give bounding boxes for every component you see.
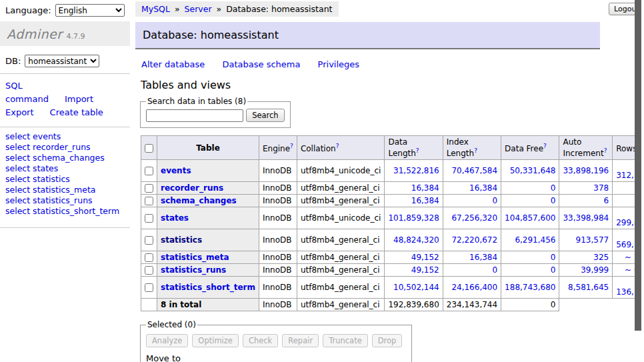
data-length-link[interactable]: 16,384 [411,183,439,193]
data-length-link[interactable]: 101,859,328 [388,213,439,223]
breadcrumb-link-mysql[interactable]: MySQL [141,4,170,14]
row-checkbox[interactable] [145,283,153,292]
alter-database-link[interactable]: Alter database [141,59,205,69]
language-row: Language: English [0,0,130,17]
table-name-link[interactable]: statistics_short_term [161,283,255,292]
create-table-link[interactable]: Create table [50,107,103,117]
auto-increment-link[interactable]: 33,398,984 [563,213,609,223]
data-length-link[interactable]: 49,152 [411,253,439,262]
data-length-link[interactable]: 49,152 [411,265,439,275]
data-free-link[interactable]: 104,857,600 [505,213,555,223]
row-checkbox[interactable] [145,184,153,193]
search-legend: Search data in tables (8) [146,97,247,106]
scrollbar-thumb[interactable] [635,0,641,331]
table-name-link[interactable]: recorder_runs [161,183,223,193]
drop-button[interactable]: Drop [372,334,403,347]
auto-increment-link[interactable]: 378 [593,183,609,193]
data-free-link[interactable]: 0 [551,196,556,205]
sidebar-item-select-recorder-runs[interactable]: select recorder_runs [5,142,125,153]
check-button[interactable]: Check [243,334,278,347]
table-row-statistics-short-term: statistics_short_term InnoDB utf8mb4_gen… [141,277,644,299]
data-length-link[interactable]: 31,522,816 [393,166,439,175]
index-length-link[interactable]: 67,256,320 [451,213,497,223]
row-checkbox[interactable] [145,167,153,175]
sidebar-item-select-schema-changes[interactable]: select schema_changes [5,153,125,163]
sidebar-item-select-statistics-meta[interactable]: select statistics_meta [5,185,125,195]
help-link[interactable]: ? [604,147,607,154]
auto-increment-link[interactable]: 39,999 [581,265,609,275]
data-length-link[interactable]: 16,384 [411,196,439,205]
sidebar-item-select-statistics-runs[interactable]: select statistics_runs [5,195,125,206]
privileges-link[interactable]: Privileges [318,59,360,69]
column-header-data-length: Data Length? [385,136,443,160]
page-title: Database: homeassistant [135,22,600,49]
table-row-states: states InnoDB utf8mb4_unicode_ci 101,859… [141,207,644,229]
table-row-statistics-runs: statistics_runs InnoDB utf8mb4_general_c… [141,264,644,277]
scrollbar[interactable] [635,0,644,362]
data-free-link[interactable]: 0 [551,265,556,275]
repair-button[interactable]: Repair [282,334,319,347]
help-link[interactable]: ? [336,143,339,149]
column-header-engine: Engine? [259,136,297,160]
auto-increment-link[interactable]: 325 [593,253,609,262]
index-length-link[interactable]: 0 [492,196,497,205]
table-row-recorder-runs: recorder_runs InnoDB utf8mb4_general_ci … [141,182,644,195]
help-link[interactable]: ? [290,143,293,149]
data-length-link[interactable]: 48,824,320 [393,235,439,245]
move-label: Move to other database: [146,353,199,362]
select-all-checkbox[interactable] [145,144,153,153]
table-name-link[interactable]: statistics_meta [161,253,229,262]
search-button[interactable]: Search [246,109,285,122]
sidebar-item-select-statistics-short-term[interactable]: select statistics_short_term [5,206,125,217]
data-free-link[interactable]: 188,743,680 [505,283,555,292]
column-header-auto-increment: Auto Increment? [559,136,613,160]
data-free-link[interactable]: 0 [551,183,556,193]
data-free-link[interactable]: 50,331,648 [510,166,556,175]
database-schema-link[interactable]: Database schema [223,59,301,69]
index-length-link[interactable]: 0 [492,265,497,275]
analyze-button[interactable]: Analyze [146,334,188,347]
index-length-link[interactable]: 24,166,400 [451,283,497,292]
table-name-link[interactable]: schema_changes [161,196,237,205]
auto-increment-link[interactable]: 913,577 [576,235,609,245]
table-name-link[interactable]: events [161,166,191,175]
data-free-link[interactable]: 0 [551,253,556,262]
help-link[interactable]: ? [474,147,477,154]
help-link[interactable]: ? [543,143,547,149]
sql-command-link[interactable]: SQL command [5,81,49,104]
index-length-link[interactable]: 16,384 [469,253,497,262]
auto-increment-link[interactable]: 8,581,645 [568,283,609,292]
sidebar-item-select-states[interactable]: select states [5,163,125,174]
table-name-link[interactable]: statistics_runs [161,265,226,275]
row-checkbox[interactable] [145,266,153,275]
auto-increment-link[interactable]: 6 [604,196,609,205]
sidebar-item-select-statistics[interactable]: select statistics [5,174,125,185]
index-length-link[interactable]: 72,220,672 [451,235,497,245]
search-input[interactable] [146,109,243,122]
row-checkbox[interactable] [145,253,153,262]
db-select[interactable]: homeassistant [25,55,99,67]
auto-increment-link[interactable]: 33,898,196 [563,166,609,175]
column-header-index-length: Index Length? [443,136,501,160]
sidebar: Language: English Adminer 4.7.9 DB: home… [0,0,130,228]
row-checkbox[interactable] [145,214,153,223]
row-checkbox[interactable] [145,236,153,245]
total-data-free: 0 [501,299,559,311]
move-row: Move to other database: homeassistant Mo… [146,353,406,362]
truncate-button[interactable]: Truncate [323,334,368,347]
import-link[interactable]: Import [65,94,93,104]
optimize-button[interactable]: Optimize [192,334,239,347]
help-link[interactable]: ? [416,147,419,154]
index-length-link[interactable]: 16,384 [469,183,497,193]
selected-legend: Selected (0) [146,320,197,329]
data-free-link[interactable]: 6,291,456 [515,235,555,245]
data-length-link[interactable]: 10,502,144 [393,283,439,292]
table-name-link[interactable]: statistics [161,235,202,245]
sidebar-item-select-events[interactable]: select events [5,131,125,142]
index-length-link[interactable]: 70,467,584 [451,166,497,175]
row-checkbox[interactable] [145,197,153,205]
export-link[interactable]: Export [5,107,34,117]
table-name-link[interactable]: states [161,213,189,223]
language-select[interactable]: English [55,4,125,17]
breadcrumb-link-server[interactable]: Server [185,4,212,14]
